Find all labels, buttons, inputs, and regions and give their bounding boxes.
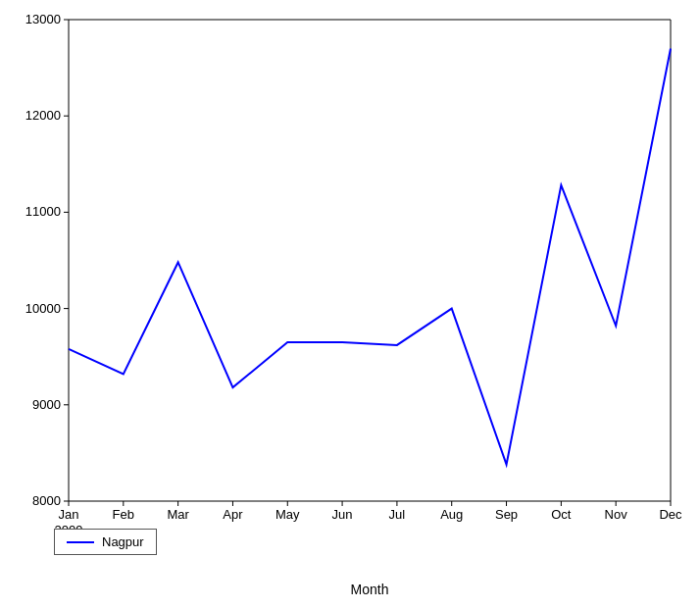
svg-text:10000: 10000 (25, 301, 61, 316)
svg-text:Jan: Jan (59, 507, 79, 522)
svg-text:May: May (275, 507, 300, 522)
svg-text:Apr: Apr (223, 507, 243, 522)
svg-text:Aug: Aug (440, 507, 463, 522)
line-chart: 8000900010000110001200013000Jan2009FebMa… (0, 0, 700, 609)
legend-line-icon (67, 541, 94, 543)
svg-text:Sep: Sep (495, 507, 518, 522)
svg-text:Dec: Dec (659, 507, 682, 522)
svg-text:12000: 12000 (25, 108, 61, 123)
svg-text:Month: Month (351, 582, 389, 597)
svg-text:Jun: Jun (332, 507, 353, 522)
svg-text:Mar: Mar (167, 507, 189, 522)
svg-text:Jul: Jul (389, 507, 406, 522)
svg-text:13000: 13000 (25, 12, 61, 26)
svg-text:11000: 11000 (25, 204, 61, 219)
legend: Nagpur (54, 529, 157, 555)
svg-text:Feb: Feb (113, 507, 134, 522)
svg-text:8000: 8000 (32, 493, 61, 508)
svg-text:Oct: Oct (551, 507, 572, 522)
svg-text:9000: 9000 (32, 397, 61, 412)
chart-container: 8000900010000110001200013000Jan2009FebMa… (0, 0, 700, 609)
legend-label: Nagpur (102, 534, 144, 549)
svg-text:Nov: Nov (605, 507, 628, 522)
